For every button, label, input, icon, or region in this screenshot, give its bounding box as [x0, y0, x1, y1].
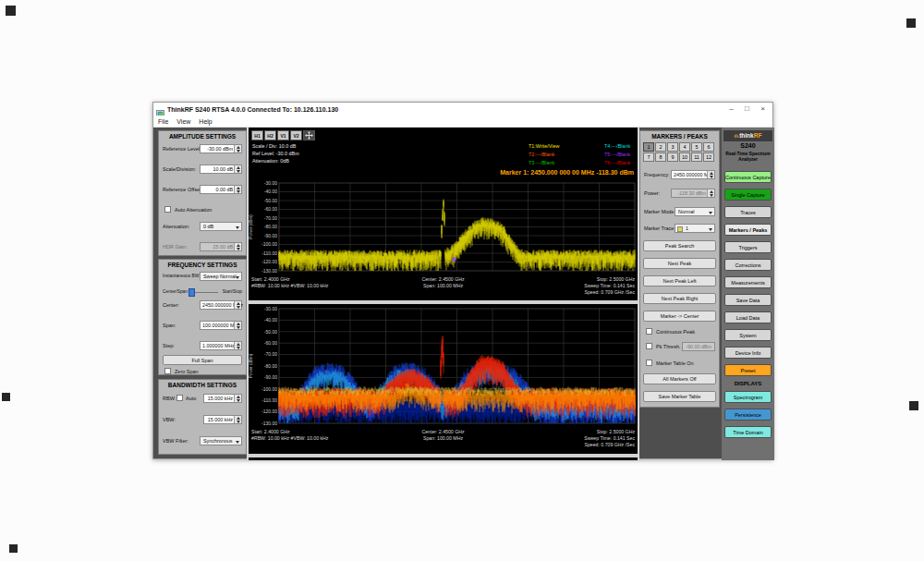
app-window: ThinkRF S240 RTSA 4.0.0 Connected To: 10…: [152, 102, 773, 459]
marker-trace-dropdown[interactable]: 1: [675, 224, 715, 233]
attenuation-dropdown[interactable]: 0 dB: [200, 222, 242, 231]
persistence-chart[interactable]: -30.00-40.00-50.00-60.00-70.00-80.00-90.…: [249, 306, 638, 427]
spinner-buttons[interactable]: [707, 171, 714, 178]
triggers-button[interactable]: Triggers: [724, 241, 772, 253]
center-span-label: Center/Span: [163, 289, 188, 294]
marker-button-11[interactable]: 11: [691, 152, 702, 162]
menu-help[interactable]: Help: [199, 118, 212, 125]
traces-button[interactable]: Traces: [724, 206, 772, 218]
svg-text:-50.00: -50.00: [264, 329, 277, 335]
spinner-buttons[interactable]: [234, 145, 241, 152]
spinner-buttons[interactable]: [234, 395, 241, 402]
instantaneous-bw-dropdown[interactable]: Sweep Normal: [200, 272, 242, 281]
continuous-peak-checkbox[interactable]: [646, 328, 652, 335]
toolbar-h1-button[interactable]: H1: [251, 130, 263, 140]
auto-attenuation-checkbox[interactable]: [164, 206, 171, 213]
reference-level-input[interactable]: -30.00 dBm: [200, 144, 242, 153]
markers-peaks-button[interactable]: Markers / Peaks: [724, 224, 772, 236]
marker-button-4[interactable]: 4: [679, 142, 690, 152]
toolbar-v1-button[interactable]: V1: [277, 130, 289, 140]
marker-button-3[interactable]: 3: [667, 142, 678, 152]
spinner-buttons[interactable]: [234, 186, 241, 193]
spinner-buttons[interactable]: [234, 301, 241, 309]
pk-thresh-input[interactable]: -90.00 dBm: [682, 342, 715, 351]
marker-mode-dropdown[interactable]: Normal: [675, 207, 715, 216]
all-markers-off-button[interactable]: All Markers Off: [643, 373, 716, 384]
spectrogram-button[interactable]: Spectrogram: [724, 391, 772, 403]
marker-readout: Marker 1: 2450.000 000 00 MHz -118.30 dB…: [500, 169, 634, 176]
svg-text:-70.00: -70.00: [264, 215, 277, 221]
reference-offset-input[interactable]: 0.00 dB: [200, 185, 242, 194]
legend-trace-1: T1:Write/View: [529, 143, 559, 149]
span-input[interactable]: 100.000000 MHz: [200, 321, 242, 330]
frequency-mode-slider-handle[interactable]: [188, 288, 195, 297]
zero-span-label: Zero Span: [175, 369, 199, 374]
hdr-gain-label: HDR Gain:: [163, 244, 188, 250]
marker-frequency-input[interactable]: 2450.000000 MHz: [671, 170, 715, 179]
vbw-filter-dropdown[interactable]: Synchronous: [200, 436, 242, 445]
rbw-input[interactable]: 15.000 kHz: [203, 394, 242, 403]
load-data-button[interactable]: Load Data: [724, 311, 772, 323]
spinner-buttons[interactable]: [234, 416, 241, 423]
minimize-button[interactable]: –: [724, 104, 738, 115]
spinner-buttons[interactable]: [234, 322, 241, 329]
pan-tool-button[interactable]: [303, 130, 315, 140]
time-domain-button[interactable]: Time Domain: [724, 426, 772, 438]
marker-frequency-label: Frequency:: [644, 172, 670, 177]
corrections-button[interactable]: Corrections: [724, 259, 772, 271]
menu-view[interactable]: View: [176, 118, 190, 125]
device-info-button[interactable]: Device Info: [724, 347, 772, 359]
single-capture-button[interactable]: Single Capture: [724, 189, 772, 201]
svg-text:-90.00: -90.00: [264, 233, 277, 238]
chart-area: H1 H2 V1 V2 Scale / Div: 10.0 dB Ref Lev…: [249, 128, 638, 460]
preset-button[interactable]: Preset: [724, 364, 772, 376]
footer-speed: Speed: 0.709 GHz /Sec: [584, 442, 635, 448]
zero-span-checkbox[interactable]: [164, 368, 171, 374]
chart-splitter[interactable]: [249, 300, 638, 304]
full-span-button[interactable]: Full Span: [163, 355, 242, 365]
marker-button-7[interactable]: 7: [643, 152, 654, 162]
marker-to-center-button[interactable]: Marker -> Center: [643, 311, 716, 322]
marker-button-10[interactable]: 10: [679, 152, 690, 162]
persistence-button[interactable]: Persistence: [724, 409, 772, 421]
marker-button-8[interactable]: 8: [655, 152, 666, 162]
spinner-buttons[interactable]: [234, 165, 241, 173]
spectrum-chart-footer: Start: 2.4000 GHz#RBW: 10.00 kHz #VBW: 1…: [249, 275, 638, 299]
marker-button-9[interactable]: 9: [667, 152, 678, 162]
title-bar[interactable]: ThinkRF S240 RTSA 4.0.0 Connected To: 10…: [153, 103, 772, 116]
pk-thresh-checkbox[interactable]: [646, 343, 652, 349]
next-peak-right-button[interactable]: Next Peak Right: [643, 293, 716, 304]
model-label: S240: [722, 142, 774, 149]
next-peak-left-button[interactable]: Next Peak Left: [643, 275, 716, 287]
marker-button-1[interactable]: 1: [643, 142, 654, 152]
marker-button-2[interactable]: 2: [655, 142, 666, 152]
spectrum-chart[interactable]: -30.00-40.00-50.00-60.00-70.00-80.00-90.…: [249, 180, 638, 274]
next-peak-button[interactable]: Next Peak: [643, 258, 716, 269]
marker-button-5[interactable]: 5: [691, 142, 702, 152]
menu-file[interactable]: File: [158, 118, 168, 125]
chevron-down-icon: [709, 212, 712, 214]
bottom-splitter[interactable]: [249, 454, 638, 457]
peak-search-button[interactable]: Peak Search: [643, 240, 716, 251]
markers-peaks-panel: MARKERS / PEAKS 1 2 3 4 5 6 7 8 9 10 11 …: [639, 130, 720, 408]
measurements-button[interactable]: Measurements: [724, 276, 772, 288]
close-button[interactable]: ×: [756, 104, 770, 115]
spinner-buttons[interactable]: [234, 342, 241, 349]
chevron-down-icon: [236, 276, 239, 279]
center-frequency-input[interactable]: 2450.000000 MHz: [200, 300, 242, 310]
maximize-button[interactable]: □: [740, 104, 754, 115]
step-input[interactable]: 1.000000 MHz: [200, 341, 242, 350]
vbw-input[interactable]: 15.000 kHz: [203, 415, 242, 424]
toolbar-v2-button[interactable]: V2: [290, 130, 302, 140]
rbw-auto-checkbox[interactable]: [176, 395, 183, 401]
svg-text:-100.00: -100.00: [261, 241, 277, 247]
marker-button-6[interactable]: 6: [703, 142, 714, 152]
toolbar-h2-button[interactable]: H2: [264, 130, 276, 140]
marker-button-12[interactable]: 12: [703, 152, 714, 162]
system-button[interactable]: System: [724, 329, 772, 341]
marker-table-checkbox[interactable]: [646, 360, 652, 366]
continuous-capture-button[interactable]: Continuous Capture: [724, 171, 772, 183]
save-data-button[interactable]: Save Data: [724, 294, 772, 306]
scale-division-input[interactable]: 10.00 dB: [200, 165, 242, 174]
save-marker-table-button[interactable]: Save Marker Table: [643, 391, 716, 402]
